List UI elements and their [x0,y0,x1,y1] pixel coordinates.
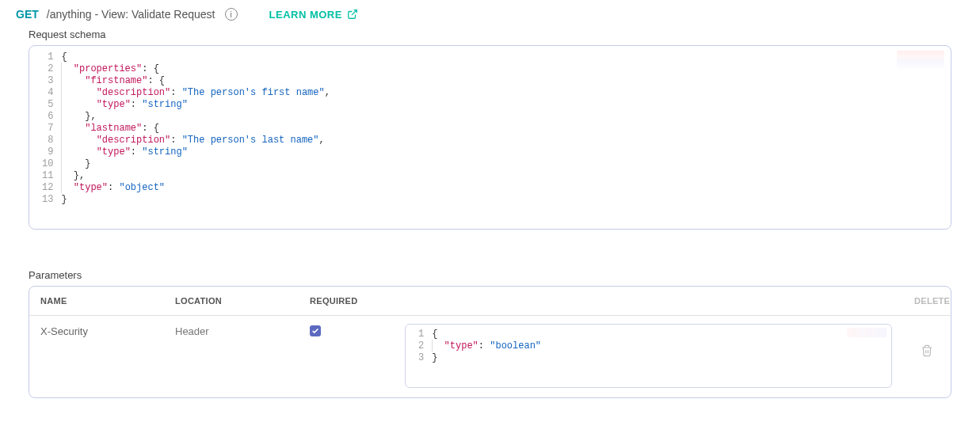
request-schema-panel: 12345678910111213 { "properties": { "fir… [29,45,951,230]
learn-more-link[interactable]: LEARN MORE [269,9,358,21]
page-header: GET /anything - View: Validate Request i… [0,0,980,28]
param-schema-panel: 123 { "type": "boolean"} [405,324,892,388]
svg-line-0 [352,10,357,15]
col-delete: DELETE [903,287,951,315]
param-delete-cell [903,316,951,397]
col-schema [394,287,903,315]
request-schema-label: Request schema [0,28,980,45]
param-required-cell [299,316,394,397]
param-schema-editor[interactable]: 123 { "type": "boolean"} [406,328,891,363]
param-location: Header [164,316,299,397]
col-location: LOCATION [164,287,299,315]
external-link-icon [347,9,358,20]
required-checkbox[interactable] [310,325,321,336]
http-method: GET [16,8,39,21]
learn-more-label: LEARN MORE [269,9,342,21]
trash-icon[interactable] [921,344,933,359]
info-icon[interactable]: i [225,8,238,21]
table-row: X-Security Header 123 { "type": "boolean… [29,316,951,397]
route-title: /anything - View: Validate Request [47,8,215,21]
col-required: REQUIRED [299,287,394,315]
parameters-table: NAME LOCATION REQUIRED DELETE X-Security… [29,286,951,398]
param-schema-cell: 123 { "type": "boolean"} [394,316,903,397]
parameters-header-row: NAME LOCATION REQUIRED DELETE [29,287,951,316]
param-name: X-Security [29,316,164,397]
parameters-label: Parameters [0,269,980,286]
col-name: NAME [29,287,164,315]
schema-editor[interactable]: 12345678910111213 { "properties": { "fir… [29,51,951,205]
